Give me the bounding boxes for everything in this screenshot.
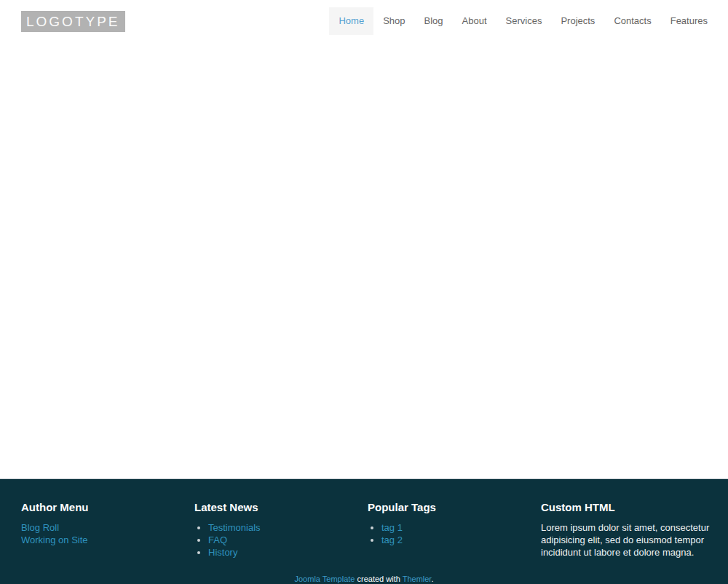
footer-link-faq[interactable]: FAQ [208,534,227,545]
list-item: History [208,546,360,559]
footer-heading-author-menu: Author Menu [21,501,187,514]
footer-heading-custom-html: Custom HTML [541,501,707,514]
list-item: tag 1 [381,521,534,534]
site-header: LOGOTYPE Home Shop Blog About Services P… [0,0,728,44]
footer-heading-popular-tags: Popular Tags [368,501,534,514]
latest-news-list: Testimonials FAQ History [194,521,360,559]
joomla-template-link[interactable]: Joomla Template [295,575,355,583]
credits-text: created with [355,575,402,583]
credits-suffix: . [431,575,433,583]
custom-html-text: Lorem ipsum dolor sit amet, consectetur … [541,521,720,559]
footer-link-testimonials[interactable]: Testimonials [208,522,261,533]
credits-line: Joomla Template created with Themler. [0,575,728,583]
site-footer: Author Menu Blog Roll Working on Site La… [0,478,728,584]
nav-item-services[interactable]: Services [496,7,552,35]
footer-col-popular-tags: Popular Tags tag 1 tag 2 [368,501,541,559]
footer-link-tag-2[interactable]: tag 2 [381,534,403,545]
themler-link[interactable]: Themler [403,575,432,583]
site-logo[interactable]: LOGOTYPE [21,11,125,32]
footer-heading-latest-news: Latest News [194,501,360,514]
list-item: Testimonials [208,521,360,534]
page: LOGOTYPE Home Shop Blog About Services P… [0,0,728,584]
list-item: Blog Roll [21,521,187,534]
main-content-empty [0,44,728,478]
footer-link-history[interactable]: History [208,547,237,558]
nav-item-features[interactable]: Features [661,7,717,35]
popular-tags-list: tag 1 tag 2 [368,521,534,546]
author-menu-list: Blog Roll Working on Site [21,521,187,546]
footer-link-tag-1[interactable]: tag 1 [381,522,403,533]
nav-item-blog[interactable]: Blog [415,7,453,35]
header-inner: LOGOTYPE Home Shop Blog About Services P… [11,0,717,35]
main-nav: Home Shop Blog About Services Projects C… [329,7,717,35]
footer-col-latest-news: Latest News Testimonials FAQ History [194,501,368,559]
nav-item-contacts[interactable]: Contacts [604,7,660,35]
footer-link-working-on-site[interactable]: Working on Site [21,534,88,545]
footer-col-author-menu: Author Menu Blog Roll Working on Site [21,501,194,559]
footer-col-custom-html: Custom HTML Lorem ipsum dolor sit amet, … [541,501,714,559]
nav-item-about[interactable]: About [453,7,496,35]
nav-item-shop[interactable]: Shop [373,7,414,35]
list-item: tag 2 [381,534,534,546]
footer-columns: Author Menu Blog Roll Working on Site La… [0,501,728,559]
nav-item-projects[interactable]: Projects [551,7,604,35]
list-item: FAQ [208,534,360,546]
footer-link-blog-roll[interactable]: Blog Roll [21,522,59,533]
nav-item-home[interactable]: Home [329,7,373,35]
list-item: Working on Site [21,534,187,546]
